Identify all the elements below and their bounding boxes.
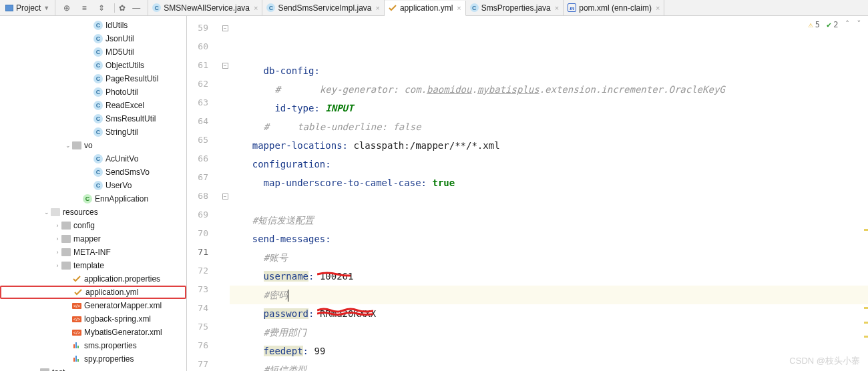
project-icon [5,5,13,11]
editor-tab[interactable]: CSMSNewAllService.java× [148,0,262,15]
tree-row[interactable]: ⌄vo [0,139,186,152]
project-tool-window-label[interactable]: Project ▼ [0,0,55,15]
line-number: 68 [187,187,220,206]
tree-row[interactable]: ›META-INF [0,246,186,259]
editor-tabs: CSMSNewAllService.java×CSendSmsServiceIm… [148,0,664,15]
tree-row[interactable]: </>MybatisGenerator.xml [0,326,186,339]
tree-label: EnnApplication [95,194,148,204]
close-tab-icon[interactable]: × [656,4,660,12]
chevron-down-icon[interactable]: ˇ [857,20,861,29]
tree-row[interactable]: CPageResultUtil [0,72,186,85]
code-editor[interactable]: 59606162636465666768697071727374757677 −… [187,16,868,371]
tree-row[interactable]: CReadExcel [0,99,186,112]
tree-row[interactable]: </>GeneratorMapper.xml [0,299,186,312]
close-tab-icon[interactable]: × [254,4,258,12]
close-tab-icon[interactable]: × [376,4,380,12]
code-line[interactable]: #密码 [230,286,868,304]
line-number: 63 [187,93,220,112]
tree-row[interactable]: ›config [0,219,186,232]
class-icon: C [93,114,103,123]
class-icon: C [93,101,103,110]
tree-row[interactable]: spy.properties [0,352,186,366]
chevron-right-icon[interactable]: › [53,249,61,256]
code-line[interactable]: id-type: INPUT [230,99,868,117]
gear-icon[interactable]: ✿ [114,3,124,13]
properties-file-icon [72,274,81,284]
line-number: 74 [187,299,220,318]
tree-row[interactable]: CAcUnitVo [0,152,186,165]
code-line[interactable]: configuration: [230,155,868,173]
tree-row[interactable]: CSmsResultUtil [0,112,186,125]
chevron-down-icon[interactable]: ⌄ [64,142,72,149]
project-label-text: Project [16,3,41,13]
line-number: 66 [187,149,220,168]
close-tab-icon[interactable]: × [457,4,461,12]
code-line[interactable]: # key-generator: com.baomidou.mybatisplu… [230,80,868,99]
code-line[interactable]: #账号 [230,248,868,267]
project-tree[interactable]: CIdUtilsCJsonUtilCMD5UtilCObjectUtilsCPa… [0,16,187,371]
tree-row[interactable]: ⌄test [0,366,186,371]
code-line[interactable]: username: 100261 [230,267,868,286]
fold-toggle-icon[interactable]: − [222,63,228,69]
chevron-down-icon[interactable]: ⌄ [43,209,51,216]
tree-row[interactable]: application.yml [0,286,186,299]
code-line[interactable]: # table-underline: false [230,117,868,136]
code-line[interactable]: feedept: 99 [230,342,868,360]
tree-row[interactable]: CObjectUtils [0,59,186,72]
tree-row[interactable]: CJsonUtil [0,32,186,45]
editor-tab[interactable]: CSendSmsServiceImpl.java× [262,0,385,15]
chevron-right-icon[interactable]: › [53,262,61,269]
xml-file-icon: </> [72,328,81,337]
code-line[interactable]: map-underscore-to-camel-case: true [230,173,868,192]
class-icon: C [93,181,103,190]
error-stripe[interactable] [864,16,868,371]
collapse-icon[interactable]: ⇕ [97,3,106,13]
tree-row[interactable]: CStringUtil [0,125,186,139]
code-line[interactable]: password: RRma20KXXX [230,304,868,323]
tree-row[interactable]: sms.properties [0,339,186,352]
code-line[interactable]: send-messages: [230,230,868,248]
tree-row[interactable]: application.properties [0,272,186,286]
close-tab-icon[interactable]: × [555,4,559,12]
hide-icon[interactable]: — [132,3,141,13]
tree-row[interactable]: ›mapper [0,232,186,246]
fold-toggle-icon[interactable]: − [222,194,228,200]
redacted-value: 100261 [320,267,354,286]
java-file-icon: C [152,3,161,12]
folder-icon [51,208,60,216]
tree-row[interactable]: CPhotoUtil [0,85,186,99]
tree-row[interactable]: CMD5Util [0,45,186,59]
class-icon: C [93,154,103,163]
inspection-hints[interactable]: ⚠5 ✔2 ˆ ˇ [809,20,861,29]
fold-column[interactable]: −−− [220,16,230,371]
chevron-right-icon[interactable]: › [53,236,61,242]
code-area[interactable]: ⚠5 ✔2 ˆ ˇ db-config: # key-generator: co… [230,16,868,371]
expand-icon[interactable]: ≡ [79,3,89,13]
locate-icon[interactable]: ⊕ [62,3,71,13]
line-number: 67 [187,168,220,187]
tree-row[interactable]: ⌄resources [0,206,186,219]
tree-row[interactable]: ›template [0,259,186,272]
tab-label: SMSNewAllService.java [164,3,250,13]
editor-tab[interactable]: CSmsProperties.java× [466,0,564,15]
code-line[interactable]: #短信发送配置 [230,211,868,230]
code-line[interactable]: #费用部门 [230,323,868,342]
tree-row[interactable]: CIdUtils [0,19,186,32]
editor-tab[interactable]: mpom.xml (enn-claim)× [564,0,664,15]
fold-toggle-icon[interactable]: − [222,25,228,31]
code-line[interactable] [230,192,868,211]
class-icon: C [93,87,103,97]
chevron-up-icon[interactable]: ˆ [845,20,850,29]
tab-label: application.yml [400,3,453,13]
code-line[interactable]: db-config: [230,61,868,80]
code-line[interactable]: mapper-locations: classpath:/mapper/**/*… [230,136,868,155]
folder-icon [61,222,71,230]
tree-row[interactable]: CUserVo [0,179,186,192]
code-line[interactable]: #短信类型 [230,360,868,371]
chevron-right-icon[interactable]: › [53,222,61,229]
tree-row[interactable]: </>logback-spring.xml [0,312,186,326]
tree-label: template [73,261,104,270]
editor-tab[interactable]: application.yml× [385,1,466,16]
tree-row[interactable]: CEnnApplication [0,192,186,206]
tree-row[interactable]: CSendSmsVo [0,165,186,179]
